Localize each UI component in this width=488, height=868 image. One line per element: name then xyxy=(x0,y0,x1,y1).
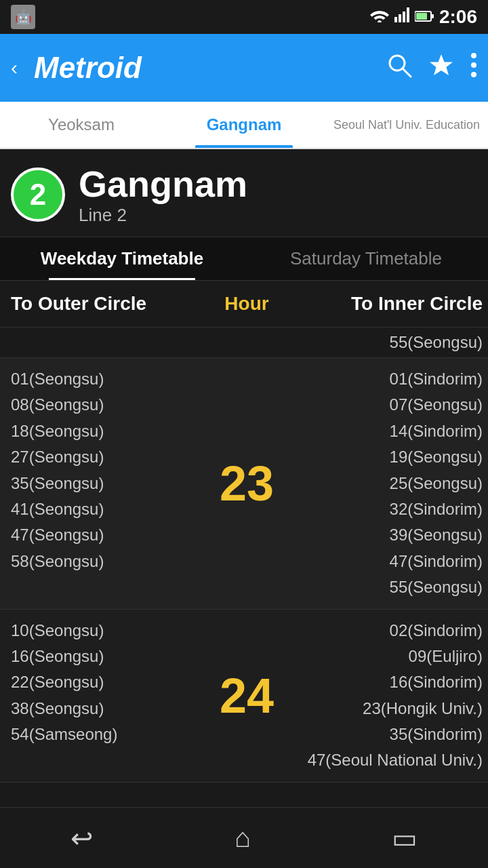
signal-icon xyxy=(394,7,409,26)
station-header: 2 Gangnam Line 2 xyxy=(0,149,488,237)
outer-time: 01(Seongsu) xyxy=(11,366,192,392)
svg-rect-3 xyxy=(407,7,409,22)
svg-rect-2 xyxy=(403,12,405,22)
outer-time: 22(Seongsu) xyxy=(11,669,192,695)
tab-yeoksam[interactable]: Yeoksam xyxy=(0,102,163,148)
overflow-row: 55(Seongsu) xyxy=(0,328,488,358)
inner-time: 47(Seoul National Univ.) xyxy=(301,747,483,773)
search-icon[interactable] xyxy=(386,52,412,84)
hour-cell-24: 24 xyxy=(192,610,302,782)
inner-time: 02(Sindorim) xyxy=(301,618,483,644)
home-button[interactable]: ⌂ xyxy=(235,823,251,853)
inner-time: 07(Seongsu) xyxy=(301,392,483,418)
svg-rect-6 xyxy=(416,13,427,20)
outer-time: 18(Seongsu) xyxy=(11,418,192,444)
svg-rect-0 xyxy=(394,17,397,22)
outer-time: 38(Seongsu) xyxy=(11,696,192,722)
app-title: Metroid xyxy=(34,51,370,85)
timetable-tabs: Weekday Timetable Saturday Timetable xyxy=(0,237,488,281)
col-header-inner: To Inner Circle xyxy=(301,293,488,315)
inner-time: 55(Seongsu) xyxy=(301,574,483,600)
svg-point-10 xyxy=(471,53,476,58)
inner-time: 14(Sindorim) xyxy=(301,418,483,444)
tab-bar: Yeoksam Gangnam Seoul Nat'l Univ. Educat… xyxy=(0,102,488,149)
back-button[interactable]: ↩ xyxy=(70,823,94,854)
recent-button[interactable]: ▭ xyxy=(392,823,418,854)
col-header-outer: To Outer Circle xyxy=(0,293,192,315)
outer-time: 35(Seongsu) xyxy=(11,471,192,496)
tab-saturday[interactable]: Saturday Timetable xyxy=(244,237,488,280)
tab-weekday[interactable]: Weekday Timetable xyxy=(0,237,244,280)
outer-time: 08(Seongsu) xyxy=(11,392,192,418)
back-icon[interactable]: ‹ xyxy=(11,56,18,79)
outer-times-23: 01(Seongsu)08(Seongsu)18(Seongsu)27(Seon… xyxy=(0,358,192,609)
inner-time: 19(Seongsu) xyxy=(301,444,483,470)
svg-marker-9 xyxy=(430,54,453,75)
status-bar: 🤖 2:06 xyxy=(0,0,488,34)
outer-time: 27(Seongsu) xyxy=(11,444,192,470)
station-info: Gangnam Line 2 xyxy=(79,163,247,226)
svg-rect-5 xyxy=(431,14,434,18)
col-header-hour: Hour xyxy=(192,293,302,315)
inner-time: 35(Sindorim) xyxy=(301,722,483,747)
svg-line-8 xyxy=(403,68,411,77)
inner-time: 47(Sindorim) xyxy=(301,549,483,574)
inner-time: 16(Sindorim) xyxy=(301,669,483,695)
inner-time: 01(Sindorim) xyxy=(301,366,483,392)
outer-time: 47(Seongsu) xyxy=(11,522,192,548)
hour-cell-23: 23 xyxy=(192,358,302,609)
android-icon: 🤖 xyxy=(11,5,35,29)
svg-point-11 xyxy=(471,62,476,68)
outer-time: 16(Seongsu) xyxy=(11,644,192,669)
timetable-header: To Outer Circle Hour To Inner Circle xyxy=(0,281,488,328)
time-display: 2:06 xyxy=(439,6,477,28)
outer-time: 54(Samseong) xyxy=(11,722,192,747)
app-bar: ‹ Metroid xyxy=(0,34,488,102)
inner-time: 39(Seongsu) xyxy=(301,522,483,548)
overflow-inner-text: 55(Seongsu) xyxy=(305,328,488,357)
inner-time: 23(Hongik Univ.) xyxy=(301,696,483,722)
inner-times-23: 01(Sindorim)07(Seongsu)14(Sindorim)19(Se… xyxy=(301,358,488,609)
inner-times-24: 02(Sindorim)09(Euljiro)16(Sindorim)23(Ho… xyxy=(301,610,488,782)
tab-gangnam[interactable]: Gangnam xyxy=(163,102,325,148)
timetable-rows: 01(Seongsu)08(Seongsu)18(Seongsu)27(Seon… xyxy=(0,358,488,783)
star-icon[interactable] xyxy=(428,52,454,84)
more-icon[interactable] xyxy=(470,52,477,84)
bottom-nav: ↩ ⌂ ▭ xyxy=(0,807,488,868)
svg-rect-1 xyxy=(399,14,401,22)
station-name: Gangnam xyxy=(79,163,247,205)
inner-time: 25(Seongsu) xyxy=(301,471,483,496)
outer-times-24: 10(Seongsu)16(Seongsu)22(Seongsu)38(Seon… xyxy=(0,610,192,782)
line-name: Line 2 xyxy=(79,205,247,226)
tab-seoul-natl[interactable]: Seoul Nat'l Univ. Education xyxy=(325,102,488,148)
timetable-row-24: 10(Seongsu)16(Seongsu)22(Seongsu)38(Seon… xyxy=(0,610,488,783)
svg-point-12 xyxy=(471,72,476,77)
timetable-row-23: 01(Seongsu)08(Seongsu)18(Seongsu)27(Seon… xyxy=(0,358,488,610)
outer-time: 58(Seongsu) xyxy=(11,549,192,574)
battery-icon xyxy=(415,7,434,26)
outer-time: 10(Seongsu) xyxy=(11,618,192,644)
line-badge: 2 xyxy=(11,167,65,222)
inner-time: 32(Sindorim) xyxy=(301,496,483,522)
wifi-icon xyxy=(370,7,389,26)
outer-time: 41(Seongsu) xyxy=(11,496,192,522)
inner-time: 09(Euljiro) xyxy=(301,644,483,669)
